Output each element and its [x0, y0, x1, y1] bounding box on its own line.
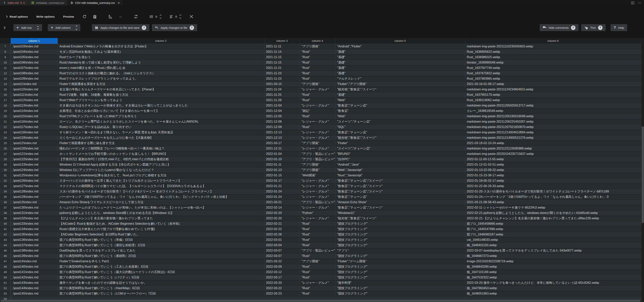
cell[interactable]: .\post115\index.md: [10, 114, 58, 119]
cell[interactable]: .\post140\index.md: [10, 264, 58, 269]
cell[interactable]: 2022-01-17: [264, 178, 300, 183]
cell[interactable]: 2021-11-24: [264, 87, 300, 92]
cell[interactable]: "激辛料理": [335, 280, 465, 286]
cell[interactable]: "Rust": [300, 264, 335, 269]
paste-clipboard-icon[interactable]: [93, 14, 97, 19]
fixed-columns-value[interactable]: 0: [156, 15, 157, 18]
row-number[interactable]: 24: [0, 135, 10, 141]
cell[interactable]: "Flutter","ゲーム開発": [335, 259, 465, 264]
cell[interactable]: スタバの新作をモバイルオーダで先行販売！【ベイクド&クリーミー 生ホワイトチョコ…: [58, 189, 264, 194]
cell[interactable]: "観光地","飲食店","スイーツ": [335, 87, 465, 92]
row-number[interactable]: 22: [0, 124, 10, 130]
cell[interactable]: 競プロ典型90問をRustで解いていこう（最大公約数[ユークリッドの互除法]）4…: [58, 269, 264, 275]
fixed-rows-value[interactable]: 0: [176, 15, 177, 18]
cell[interactable]: .\post139\index.md: [10, 253, 58, 259]
cell[interactable]: .\post114\index.md: [10, 108, 58, 114]
cell[interactable]: "Windows11": [335, 210, 465, 216]
cell[interactable]: "競技プログラミング": [335, 275, 465, 280]
cell[interactable]: Rust_1637855170.webp: [465, 92, 641, 98]
increment-icon[interactable]: [160, 14, 162, 16]
cell[interactable]: .\post128\index.md: [10, 189, 58, 194]
row-number[interactable]: 26: [0, 146, 10, 151]
cell[interactable]: 【ぴよりんチャレンジ】名古屋の新名物！激かわプリン買ってきた: [58, 216, 264, 221]
cell[interactable]: .\post104\index.md: [10, 49, 58, 54]
cell[interactable]: 競プロ典型90問をRustで解いていこう（LCM/オーバーフロー）7日目: [58, 291, 264, 296]
cell[interactable]: Flutterで画面遷移を実装する方法: [58, 81, 264, 87]
cell[interactable]: 2022-01-22-00-29-33.webp: [465, 183, 641, 189]
cell[interactable]: 2022-01-15: [264, 173, 300, 178]
cell[interactable]: "スイーツ","チェーン店": [335, 146, 465, 151]
cell[interactable]: FlutterでSnakeGameを作ろう Part1: [58, 259, 264, 264]
cell[interactable]: 2021-11-11: [264, 44, 300, 49]
cell[interactable]: "飲食店","チェーン店": [335, 130, 465, 135]
cell[interactable]: ローソン、生クリーム専門店ミルクとコラボしたスイーツを食べた。ケーキ屋さんじゃん…: [58, 119, 264, 124]
cell[interactable]: Rustでマルチスレッドプログラミングをやってみよう。: [58, 76, 264, 81]
add-column-side-stepper[interactable]: [74, 24, 79, 31]
cell[interactable]: 2021-12-05: [264, 114, 300, 119]
cell[interactable]: "Rust": [300, 232, 335, 237]
row-number[interactable]: 43: [0, 237, 10, 243]
column-header[interactable]: column 6: [465, 38, 641, 44]
cell[interactable]: "基礎": [335, 92, 465, 98]
cell[interactable]: 2021-11-21: [264, 65, 300, 71]
cell[interactable]: "競技プログラミング": [335, 286, 465, 291]
cell[interactable]: "レジャー・グルメ": [300, 178, 335, 183]
cell[interactable]: 2021-11-28: [264, 98, 300, 103]
row-number[interactable]: 52: [0, 286, 10, 291]
trim-button[interactable]: Trim ?: [581, 24, 606, 31]
cell[interactable]: "Rust": [300, 49, 335, 54]
cell[interactable]: "Rust": [300, 92, 335, 98]
row-number[interactable]: 45: [0, 248, 10, 253]
column-header[interactable]: column 3: [264, 38, 300, 44]
row-number[interactable]: 17: [0, 98, 10, 103]
cell[interactable]: "レジャー・グルメ": [300, 194, 335, 199]
cell[interactable]: 2022-01-24: [264, 194, 300, 199]
cell[interactable]: "Rust": [300, 98, 335, 103]
cell[interactable]: markdown-img-paste-20211205025913717.web…: [465, 103, 641, 108]
cell[interactable]: カレー_1638619549.webp: [465, 108, 641, 114]
cell[interactable]: 憧れのハーゲンダッツ期間限定 フレーバ3種類食べ比べ！一番美味い味は？: [58, 146, 264, 151]
cell[interactable]: 競プロ典型90問をRustで解いていこう（適切な前処理）1日目: [58, 243, 264, 248]
row-number[interactable]: 48: [0, 264, 10, 269]
cell[interactable]: 競プロ_1645547696.webp: [465, 226, 641, 232]
apply-button[interactable]: Apply changes to file ?: [152, 24, 197, 31]
cell[interactable]: 2022-02-20: [264, 216, 300, 221]
resize-columns-ruler-icon[interactable]: [108, 14, 112, 19]
cell[interactable]: 2022-03-20: [264, 280, 300, 286]
row-number[interactable]: 13: [0, 76, 10, 81]
cell[interactable]: Rust_1636986325.webp: [465, 54, 641, 60]
cell[interactable]: バーガーキング「2個で500円やってるよ」ワイ「なんそれ最高じゃん。食いに行くわ…: [58, 194, 264, 199]
cell[interactable]: 競プロ典型90問をRustで解いていこう（パリティ）5日目: [58, 275, 264, 280]
cell[interactable]: 2021-12-09: [264, 124, 300, 130]
cell[interactable]: "レジャー・グルメ": [300, 183, 335, 189]
cell[interactable]: "Rust": [300, 114, 335, 119]
cell[interactable]: .\post117\index.md: [10, 124, 58, 130]
row-number[interactable]: 9: [0, 54, 10, 60]
cell[interactable]: マクドナルドの期間限定パイが激ウマだった話。【ベルギーショコラパイ】【GODIV…: [58, 183, 264, 189]
row-number[interactable]: 44: [0, 243, 10, 248]
cell[interactable]: "競技プログラミング": [335, 237, 465, 243]
cell[interactable]: .\post125\index.md: [10, 173, 58, 178]
cell[interactable]: 企業理念、社会とお金の関わり方について【すき家のカレーを食べて】: [58, 108, 264, 114]
cell[interactable]: スターバックスの新作を一足早く飲んできた【トリプル生チョコレートフラペチーノ】: [58, 178, 264, 183]
cell[interactable]: "Rust": [300, 269, 335, 275]
cell[interactable]: "アプリ開発": [300, 81, 335, 87]
cell[interactable]: .\post144\index.md: [10, 286, 58, 291]
cell[interactable]: 2022-03-22: [264, 286, 300, 291]
cell[interactable]: Flutterで画面遷移する際に値を渡す方法: [58, 141, 264, 146]
row-number[interactable]: 34: [0, 189, 10, 194]
cell[interactable]: .\post105\index.md: [10, 54, 58, 60]
cell[interactable]: 2022-03-17: [264, 275, 300, 280]
cell[interactable]: 2022-02-28: [264, 232, 300, 237]
row-number[interactable]: 8: [0, 49, 10, 54]
cell[interactable]: 2022-02-20: [264, 210, 300, 216]
cell[interactable]: Rust_1637675822.webp: [465, 71, 641, 76]
cell[interactable]: .\post141\index.md: [10, 269, 58, 275]
reload-file-icon[interactable]: [82, 14, 86, 19]
cell[interactable]: 2022-01-15-23-38-17.webp: [465, 173, 641, 178]
cell[interactable]: 2022-03-12: [264, 269, 300, 275]
cell[interactable]: 2022-01-24-バーガーキング「2個で500円やってるよ」ワイ「なんそれ最…: [465, 194, 641, 199]
cell[interactable]: "観光地","飲食店","スイーツ": [335, 135, 465, 141]
cell[interactable]: Android EmulatorでWebカメラの映像を出力する方法【Flutte…: [58, 44, 264, 49]
row-number[interactable]: 23: [0, 130, 10, 135]
